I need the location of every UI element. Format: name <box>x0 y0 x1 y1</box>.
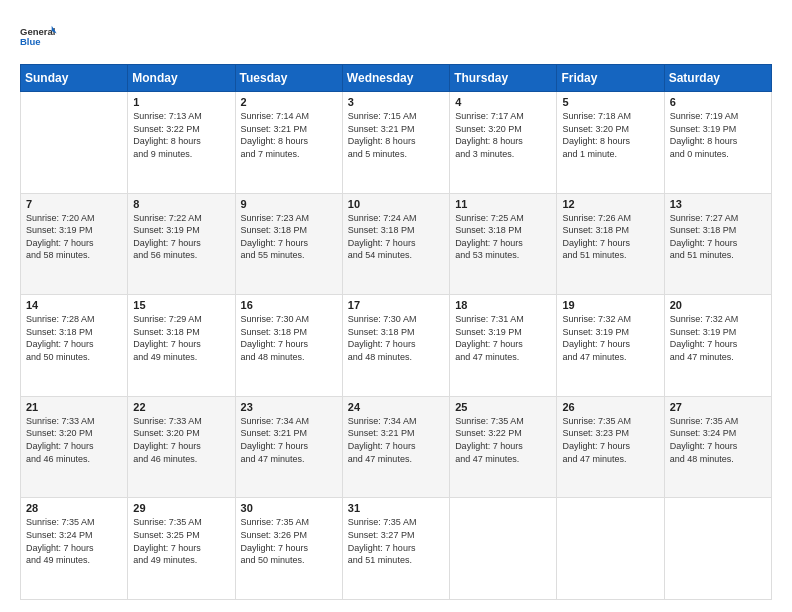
day-cell: 20Sunrise: 7:32 AM Sunset: 3:19 PM Dayli… <box>664 295 771 397</box>
day-info: Sunrise: 7:28 AM Sunset: 3:18 PM Dayligh… <box>26 313 122 363</box>
day-cell: 17Sunrise: 7:30 AM Sunset: 3:18 PM Dayli… <box>342 295 449 397</box>
day-number: 15 <box>133 299 229 311</box>
day-cell: 12Sunrise: 7:26 AM Sunset: 3:18 PM Dayli… <box>557 193 664 295</box>
logo: General Blue <box>20 18 58 54</box>
day-cell: 27Sunrise: 7:35 AM Sunset: 3:24 PM Dayli… <box>664 396 771 498</box>
day-number: 3 <box>348 96 444 108</box>
day-cell: 30Sunrise: 7:35 AM Sunset: 3:26 PM Dayli… <box>235 498 342 600</box>
day-info: Sunrise: 7:32 AM Sunset: 3:19 PM Dayligh… <box>562 313 658 363</box>
day-cell: 8Sunrise: 7:22 AM Sunset: 3:19 PM Daylig… <box>128 193 235 295</box>
day-info: Sunrise: 7:13 AM Sunset: 3:22 PM Dayligh… <box>133 110 229 160</box>
day-cell: 7Sunrise: 7:20 AM Sunset: 3:19 PM Daylig… <box>21 193 128 295</box>
day-info: Sunrise: 7:30 AM Sunset: 3:18 PM Dayligh… <box>241 313 337 363</box>
day-cell: 13Sunrise: 7:27 AM Sunset: 3:18 PM Dayli… <box>664 193 771 295</box>
day-number: 30 <box>241 502 337 514</box>
day-info: Sunrise: 7:17 AM Sunset: 3:20 PM Dayligh… <box>455 110 551 160</box>
calendar-table: SundayMondayTuesdayWednesdayThursdayFrid… <box>20 64 772 600</box>
day-number: 18 <box>455 299 551 311</box>
day-info: Sunrise: 7:22 AM Sunset: 3:19 PM Dayligh… <box>133 212 229 262</box>
day-cell: 9Sunrise: 7:23 AM Sunset: 3:18 PM Daylig… <box>235 193 342 295</box>
day-info: Sunrise: 7:30 AM Sunset: 3:18 PM Dayligh… <box>348 313 444 363</box>
day-cell: 4Sunrise: 7:17 AM Sunset: 3:20 PM Daylig… <box>450 92 557 194</box>
day-info: Sunrise: 7:34 AM Sunset: 3:21 PM Dayligh… <box>241 415 337 465</box>
day-info: Sunrise: 7:35 AM Sunset: 3:27 PM Dayligh… <box>348 516 444 566</box>
day-info: Sunrise: 7:19 AM Sunset: 3:19 PM Dayligh… <box>670 110 766 160</box>
day-number: 4 <box>455 96 551 108</box>
day-info: Sunrise: 7:15 AM Sunset: 3:21 PM Dayligh… <box>348 110 444 160</box>
day-cell: 10Sunrise: 7:24 AM Sunset: 3:18 PM Dayli… <box>342 193 449 295</box>
day-info: Sunrise: 7:26 AM Sunset: 3:18 PM Dayligh… <box>562 212 658 262</box>
day-number: 5 <box>562 96 658 108</box>
day-cell: 18Sunrise: 7:31 AM Sunset: 3:19 PM Dayli… <box>450 295 557 397</box>
day-info: Sunrise: 7:23 AM Sunset: 3:18 PM Dayligh… <box>241 212 337 262</box>
day-number: 28 <box>26 502 122 514</box>
day-info: Sunrise: 7:18 AM Sunset: 3:20 PM Dayligh… <box>562 110 658 160</box>
day-number: 13 <box>670 198 766 210</box>
day-cell: 31Sunrise: 7:35 AM Sunset: 3:27 PM Dayli… <box>342 498 449 600</box>
day-cell: 28Sunrise: 7:35 AM Sunset: 3:24 PM Dayli… <box>21 498 128 600</box>
day-cell: 16Sunrise: 7:30 AM Sunset: 3:18 PM Dayli… <box>235 295 342 397</box>
col-header-sunday: Sunday <box>21 65 128 92</box>
day-number: 22 <box>133 401 229 413</box>
day-number: 17 <box>348 299 444 311</box>
col-header-thursday: Thursday <box>450 65 557 92</box>
day-info: Sunrise: 7:33 AM Sunset: 3:20 PM Dayligh… <box>133 415 229 465</box>
day-info: Sunrise: 7:35 AM Sunset: 3:26 PM Dayligh… <box>241 516 337 566</box>
week-row-1: 1Sunrise: 7:13 AM Sunset: 3:22 PM Daylig… <box>21 92 772 194</box>
day-info: Sunrise: 7:35 AM Sunset: 3:22 PM Dayligh… <box>455 415 551 465</box>
svg-text:General: General <box>20 26 55 37</box>
col-header-tuesday: Tuesday <box>235 65 342 92</box>
day-cell <box>21 92 128 194</box>
day-number: 10 <box>348 198 444 210</box>
day-info: Sunrise: 7:24 AM Sunset: 3:18 PM Dayligh… <box>348 212 444 262</box>
day-info: Sunrise: 7:35 AM Sunset: 3:25 PM Dayligh… <box>133 516 229 566</box>
day-number: 14 <box>26 299 122 311</box>
day-info: Sunrise: 7:20 AM Sunset: 3:19 PM Dayligh… <box>26 212 122 262</box>
day-cell: 25Sunrise: 7:35 AM Sunset: 3:22 PM Dayli… <box>450 396 557 498</box>
day-info: Sunrise: 7:29 AM Sunset: 3:18 PM Dayligh… <box>133 313 229 363</box>
day-info: Sunrise: 7:31 AM Sunset: 3:19 PM Dayligh… <box>455 313 551 363</box>
day-info: Sunrise: 7:14 AM Sunset: 3:21 PM Dayligh… <box>241 110 337 160</box>
day-cell: 29Sunrise: 7:35 AM Sunset: 3:25 PM Dayli… <box>128 498 235 600</box>
header: General Blue <box>20 18 772 54</box>
day-number: 19 <box>562 299 658 311</box>
day-cell <box>557 498 664 600</box>
day-cell: 14Sunrise: 7:28 AM Sunset: 3:18 PM Dayli… <box>21 295 128 397</box>
day-number: 2 <box>241 96 337 108</box>
header-row: SundayMondayTuesdayWednesdayThursdayFrid… <box>21 65 772 92</box>
day-info: Sunrise: 7:27 AM Sunset: 3:18 PM Dayligh… <box>670 212 766 262</box>
day-info: Sunrise: 7:25 AM Sunset: 3:18 PM Dayligh… <box>455 212 551 262</box>
day-number: 8 <box>133 198 229 210</box>
week-row-5: 28Sunrise: 7:35 AM Sunset: 3:24 PM Dayli… <box>21 498 772 600</box>
day-cell: 15Sunrise: 7:29 AM Sunset: 3:18 PM Dayli… <box>128 295 235 397</box>
day-number: 21 <box>26 401 122 413</box>
day-cell: 11Sunrise: 7:25 AM Sunset: 3:18 PM Dayli… <box>450 193 557 295</box>
col-header-friday: Friday <box>557 65 664 92</box>
day-number: 31 <box>348 502 444 514</box>
day-cell: 6Sunrise: 7:19 AM Sunset: 3:19 PM Daylig… <box>664 92 771 194</box>
day-number: 25 <box>455 401 551 413</box>
day-cell: 24Sunrise: 7:34 AM Sunset: 3:21 PM Dayli… <box>342 396 449 498</box>
week-row-3: 14Sunrise: 7:28 AM Sunset: 3:18 PM Dayli… <box>21 295 772 397</box>
day-number: 9 <box>241 198 337 210</box>
col-header-saturday: Saturday <box>664 65 771 92</box>
day-cell: 23Sunrise: 7:34 AM Sunset: 3:21 PM Dayli… <box>235 396 342 498</box>
day-number: 1 <box>133 96 229 108</box>
day-number: 16 <box>241 299 337 311</box>
day-cell <box>664 498 771 600</box>
page: General Blue SundayMondayTuesdayWednesda… <box>0 0 792 612</box>
day-cell: 2Sunrise: 7:14 AM Sunset: 3:21 PM Daylig… <box>235 92 342 194</box>
day-cell: 3Sunrise: 7:15 AM Sunset: 3:21 PM Daylig… <box>342 92 449 194</box>
day-number: 6 <box>670 96 766 108</box>
day-info: Sunrise: 7:32 AM Sunset: 3:19 PM Dayligh… <box>670 313 766 363</box>
day-cell: 26Sunrise: 7:35 AM Sunset: 3:23 PM Dayli… <box>557 396 664 498</box>
week-row-2: 7Sunrise: 7:20 AM Sunset: 3:19 PM Daylig… <box>21 193 772 295</box>
day-number: 20 <box>670 299 766 311</box>
day-number: 27 <box>670 401 766 413</box>
day-cell: 19Sunrise: 7:32 AM Sunset: 3:19 PM Dayli… <box>557 295 664 397</box>
day-number: 7 <box>26 198 122 210</box>
day-info: Sunrise: 7:35 AM Sunset: 3:24 PM Dayligh… <box>26 516 122 566</box>
day-number: 24 <box>348 401 444 413</box>
day-number: 11 <box>455 198 551 210</box>
day-info: Sunrise: 7:34 AM Sunset: 3:21 PM Dayligh… <box>348 415 444 465</box>
